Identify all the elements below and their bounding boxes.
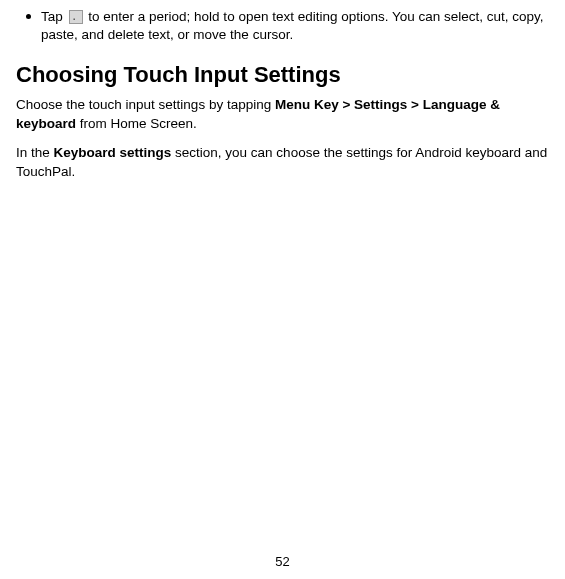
para1-before: Choose the touch input settings by tappi…: [16, 97, 275, 112]
bullet-marker: [26, 14, 31, 19]
para2-before: In the: [16, 145, 54, 160]
paragraph-2: In the Keyboard settings section, you ca…: [16, 144, 549, 182]
bullet-prefix: Tap: [41, 9, 67, 24]
page-number: 52: [0, 554, 565, 569]
bullet-text: Tap to enter a period; hold to open text…: [41, 8, 549, 44]
bullet-suffix: to enter a period; hold to open text edi…: [41, 9, 544, 42]
paragraph-1: Choose the touch input settings by tappi…: [16, 96, 549, 134]
para2-bold: Keyboard settings: [54, 145, 172, 160]
section-heading: Choosing Touch Input Settings: [16, 62, 549, 88]
period-key-icon: [69, 10, 83, 24]
bullet-item: Tap to enter a period; hold to open text…: [26, 8, 549, 44]
para1-after: from Home Screen.: [76, 116, 197, 131]
